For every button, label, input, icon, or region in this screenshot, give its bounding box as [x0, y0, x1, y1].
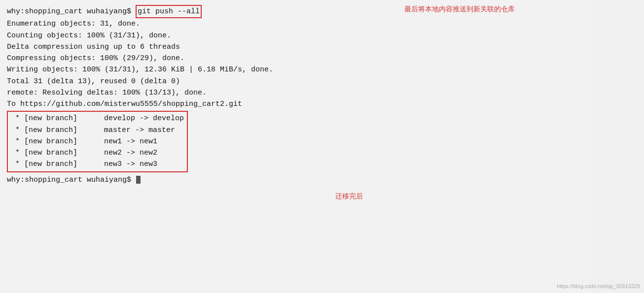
output-line-2: Counting objects: 100% (31/31), done. — [7, 30, 585, 41]
branch-line-5: * [new branch] new3 -> new3 — [11, 159, 184, 170]
prompt-text-2: why:shopping_cart wuhaiyang$ — [7, 174, 136, 186]
output-line-6: Total 31 (delta 13), reused 0 (delta 0) — [7, 76, 585, 87]
branch-line-2: * [new branch] master -> master — [11, 125, 184, 136]
branch-line-1: * [new branch] develop -> develop — [11, 113, 184, 124]
branch-line-3: * [new branch] new1 -> new1 — [11, 136, 184, 147]
cursor — [136, 176, 141, 184]
annotation-command: 最后将本地内容推送到新关联的仓库 — [404, 5, 515, 14]
prompt-line-2: why:shopping_cart wuhaiyang$ — [7, 174, 585, 186]
prompt-text-1: why:shopping_cart wuhaiyang$ — [7, 6, 136, 17]
output-line-4: Compressing objects: 100% (29/29), done. — [7, 53, 585, 64]
branch-line-4: * [new branch] new2 -> new2 — [11, 147, 184, 159]
output-line-1: Enumerating objects: 31, done. — [7, 18, 585, 30]
watermark: https://blog.csdn.net/qq_30913329 — [557, 283, 640, 289]
terminal-wrapper: why:shopping_cart wuhaiyang$ git push --… — [0, 0, 644, 293]
branch-lines: * [new branch] develop -> develop * [new… — [11, 113, 184, 170]
branch-box: * [new branch] develop -> develop * [new… — [7, 111, 188, 172]
command-highlight: git push --all — [136, 5, 202, 18]
terminal: why:shopping_cart wuhaiyang$ git push --… — [0, 0, 592, 293]
output-line-8: To https://github.com/misterwu5555/shopp… — [7, 98, 585, 110]
output-line-5: Writing objects: 100% (31/31), 12.36 KiB… — [7, 64, 585, 75]
annotation-after: 迁移完后 — [335, 192, 363, 201]
output-line-7: remote: Resolving deltas: 100% (13/13), … — [7, 87, 585, 98]
output-line-3: Delta compression using up to 6 threads — [7, 41, 585, 53]
